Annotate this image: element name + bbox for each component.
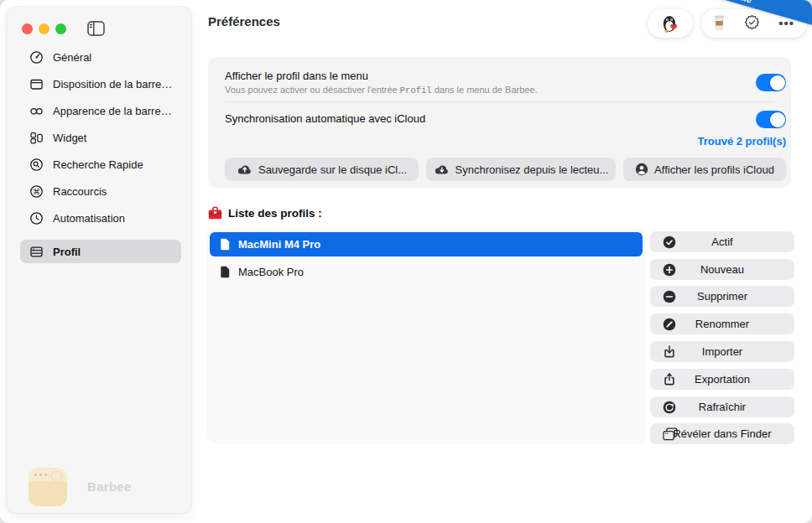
penguin-heart-icon — [660, 13, 680, 34]
sidebar-item-automatisation[interactable]: Automatisation — [20, 206, 181, 230]
settings-card: Afficher le profil dans le menu Vous pou… — [208, 57, 791, 188]
show-profile-description: Vous pouvez activer ou désactiver l'entr… — [225, 85, 538, 96]
new-button[interactable]: Nouveau — [650, 259, 794, 280]
sidebar-item-label: Profil — [53, 246, 81, 258]
app-logo — [29, 468, 67, 506]
command-circle-icon: ⌘ — [29, 184, 44, 199]
sidebar-item-raccourcis[interactable]: ⌘ Raccourcis — [20, 179, 181, 203]
glasses-icon — [29, 104, 44, 118]
sidebar-item-label: Général — [53, 51, 91, 64]
sidebar-item-general[interactable]: Général — [20, 45, 181, 69]
document-icon — [220, 266, 230, 278]
clock-circle-icon — [29, 211, 44, 225]
sidebar-item-recherche-rapide[interactable]: Recherche Rapide — [20, 153, 181, 176]
coffee-cup-icon — [714, 14, 725, 30]
show-icloud-profiles-button[interactable]: Afficher les profils iCloud — [623, 158, 786, 181]
search-circle-icon — [29, 158, 44, 172]
widget-icon — [29, 131, 44, 145]
minus-circle-icon — [663, 290, 676, 303]
toggle-sidebar-icon[interactable] — [87, 21, 105, 39]
active-button[interactable]: Actif — [650, 231, 794, 252]
rename-button[interactable]: Renommer — [650, 313, 794, 334]
reveal-in-finder-button[interactable]: Révéler dans Finder — [650, 423, 794, 444]
profile-row-macbook[interactable]: MacBook Pro — [210, 260, 643, 284]
gauge-icon — [29, 50, 44, 65]
penguin-donate-button[interactable] — [648, 9, 693, 38]
profile-row-macmini[interactable]: MacMini M4 Pro — [210, 232, 643, 256]
export-button[interactable]: Exportation — [650, 369, 794, 390]
found-profiles-link[interactable]: Trouvé 2 profil(s) — [587, 135, 786, 148]
sidebar-item-label: Disposition de la barre… — [53, 78, 172, 91]
coffee-button[interactable] — [714, 14, 725, 34]
menubar-window-icon — [29, 77, 44, 91]
sidebar-item-apparence[interactable]: Apparence de la barre… — [20, 99, 181, 122]
export-icon — [663, 373, 676, 386]
svg-text:⌘: ⌘ — [33, 187, 40, 195]
more-button[interactable]: ••• — [778, 19, 794, 28]
check-circle-icon — [663, 236, 676, 249]
sidebar-item-label: Automatisation — [53, 212, 125, 225]
sidebar: Général Disposition de la barre… Apparen… — [7, 7, 191, 513]
profile-rows-icon — [29, 245, 44, 259]
pencil-circle-icon — [663, 318, 676, 331]
import-icon — [663, 345, 676, 359]
document-icon — [220, 238, 230, 251]
sidebar-item-label: Recherche Rapide — [53, 158, 143, 171]
delete-button[interactable]: Supprimer — [650, 286, 794, 307]
sidebar-item-label: Widget — [53, 132, 86, 144]
show-profile-toggle[interactable] — [756, 74, 786, 91]
icloud-sync-title: Synchronisation automatique avec iCloud — [225, 112, 425, 125]
profiles-heading: Liste des profils : — [208, 206, 322, 220]
refresh-circle-icon — [663, 401, 676, 414]
page-title: Préférences — [208, 14, 280, 28]
icloud-backup-button[interactable]: Sauvegarde sur le disque iCl... — [225, 158, 419, 181]
checkmark-seal-icon — [744, 14, 760, 30]
sidebar-item-label: Apparence de la barre… — [53, 105, 172, 117]
profiles-list: MacMini M4 Pro MacBook Pro — [208, 230, 644, 443]
reveal-window-icon — [663, 427, 678, 441]
close-button[interactable] — [22, 23, 33, 34]
import-button[interactable]: Importer — [650, 341, 794, 362]
cloud-upload-icon — [237, 163, 252, 175]
person-circle-icon — [635, 163, 648, 176]
zoom-button[interactable] — [55, 23, 66, 34]
app-name-watermark: Barbee — [87, 479, 132, 494]
verified-button[interactable] — [744, 14, 760, 34]
toolbox-icon — [208, 206, 222, 220]
preferences-window: Général Disposition de la barre… Apparen… — [0, 0, 812, 523]
cloud-download-icon — [434, 163, 450, 175]
minimize-button[interactable] — [39, 23, 49, 34]
sidebar-item-disposition[interactable]: Disposition de la barre… — [20, 72, 181, 96]
sidebar-item-profil[interactable]: Profil — [20, 240, 181, 263]
divider — [225, 101, 774, 102]
show-profile-title: Afficher le profil dans le menu — [225, 70, 368, 82]
sidebar-item-label: Raccourcis — [53, 185, 107, 198]
plus-circle-icon — [663, 263, 676, 277]
sidebar-item-widget[interactable]: Widget — [20, 126, 181, 149]
icloud-sync-from-drive-button[interactable]: Synchronisez depuis le lecteu... — [426, 158, 616, 181]
refresh-button[interactable]: Rafraîchir — [650, 396, 794, 417]
icloud-sync-toggle[interactable] — [756, 111, 786, 128]
